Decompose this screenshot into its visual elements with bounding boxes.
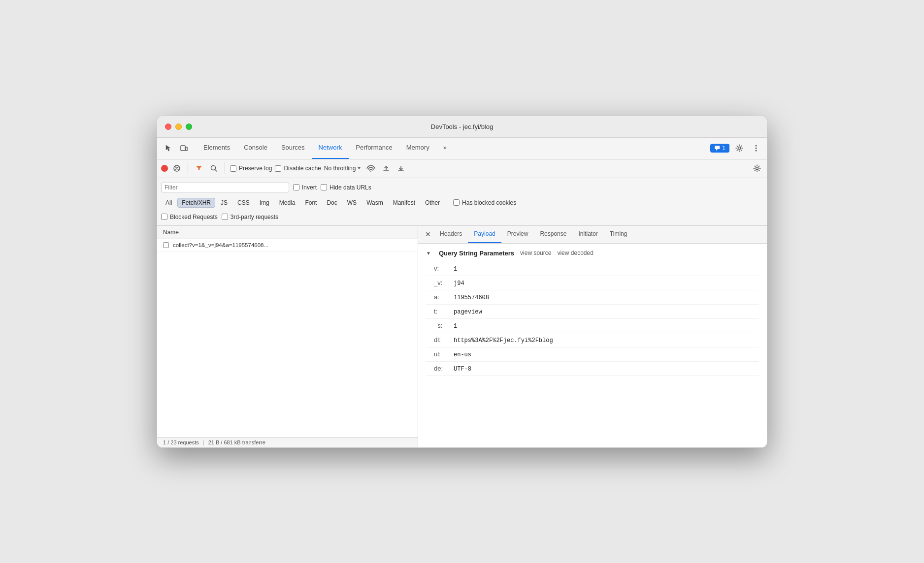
tab-network[interactable]: Network [312,137,349,159]
separator2 [225,162,225,174]
param-row: dl: https%3A%2F%2Fjec.fyi%2Fblog [426,333,759,347]
tab-more[interactable]: » [436,137,454,159]
settings-icon-button[interactable] [732,142,746,154]
download-icon[interactable] [395,163,407,173]
filter-icon[interactable] [193,163,205,173]
list-item[interactable]: collect?v=1&_v=j94&a=1195574608... [157,239,418,251]
has-blocked-cookies-label[interactable]: Has blocked cookies [453,199,516,206]
payload-content: ▼ Query String Parameters view source vi… [418,244,767,447]
close-button[interactable] [165,124,171,130]
search-icon[interactable] [208,163,220,173]
left-panel: Name collect?v=1&_v=j94&a=1195574608... … [157,226,418,447]
filter-ws[interactable]: WS [343,198,361,208]
svg-point-2 [738,147,741,150]
param-row: _s: 1 [426,319,759,333]
minimize-button[interactable] [175,124,182,130]
clear-icon[interactable] [171,163,183,173]
network-toolbar: Preserve log Disable cache No throttling [157,159,767,178]
filter-wasm[interactable]: Wasm [362,198,388,208]
cursor-icon[interactable] [161,142,175,154]
tab-initiator[interactable]: Initiator [572,226,603,244]
tab-elements[interactable]: Elements [197,137,237,159]
upload-icon[interactable] [380,163,392,173]
filter-css[interactable]: CSS [233,198,254,208]
network-conditions-icon[interactable] [364,164,377,173]
settings-network-icon[interactable] [751,163,763,173]
device-icon[interactable] [177,142,191,154]
tab-preview[interactable]: Preview [501,226,534,244]
record-button[interactable] [161,165,168,172]
param-row: de: UTF-8 [426,362,759,376]
filter-row1: Invert Hide data URLs [161,180,763,195]
tab-performance[interactable]: Performance [349,137,399,159]
filter-input[interactable] [165,184,286,191]
invert-checkbox[interactable] [293,184,299,190]
blocked-requests-label[interactable]: Blocked Requests [161,214,218,220]
svg-point-4 [756,148,757,149]
third-party-checkbox[interactable] [222,214,228,220]
filter-other[interactable]: Other [421,198,444,208]
filter-js[interactable]: JS [216,198,232,208]
param-list: v: 1_v: j94a: 1195574608t: pageview_s: 1… [426,262,759,376]
tab-timing[interactable]: Timing [604,226,633,244]
has-blocked-cookies-checkbox[interactable] [453,199,460,206]
titlebar: DevTools - jec.fyi/blog [157,116,767,138]
invert-label[interactable]: Invert [293,184,317,191]
tab-sources[interactable]: Sources [274,137,312,159]
disable-cache-label[interactable]: Disable cache [275,165,321,172]
section-title: Query String Parameters [439,250,514,257]
more-options-button[interactable] [749,142,763,154]
hide-data-urls-label[interactable]: Hide data URLs [321,184,371,191]
preserve-log-label[interactable]: Preserve log [230,165,272,172]
section-header: ▼ Query String Parameters view source vi… [426,250,759,257]
svg-rect-1 [186,147,187,151]
filter-input-wrap[interactable] [161,183,289,192]
maximize-button[interactable] [186,124,192,130]
collapse-arrow-icon: ▼ [426,250,431,256]
filter-doc[interactable]: Doc [322,198,341,208]
right-panel: ✕ Headers Payload Preview Response Initi… [418,226,767,447]
filter-font[interactable]: Font [300,198,321,208]
view-source-link[interactable]: view source [520,250,551,256]
close-panel-button[interactable]: ✕ [422,229,434,239]
window-title: DevTools - jec.fyi/blog [431,123,493,130]
tab-console[interactable]: Console [237,137,274,159]
tab-headers[interactable]: Headers [434,226,468,244]
svg-point-3 [756,145,757,147]
svg-rect-0 [181,146,185,151]
chat-badge-button[interactable]: 1 [710,144,729,153]
param-row: v: 1 [426,262,759,276]
request-list: collect?v=1&_v=j94&a=1195574608... [157,239,418,437]
filter-row3: Blocked Requests 3rd-party requests [161,211,763,225]
filter-bar: Invert Hide data URLs All Fetch/XHR JS C… [157,178,767,226]
devtools-window: DevTools - jec.fyi/blog Elements Console… [157,116,767,448]
filter-types: All Fetch/XHR JS CSS Img Media Font Doc … [161,195,763,211]
tab-payload[interactable]: Payload [468,226,501,244]
filter-img[interactable]: Img [255,198,274,208]
svg-point-5 [756,150,757,152]
toolbar-right: 1 [710,142,763,154]
blocked-requests-checkbox[interactable] [161,214,167,220]
request-checkbox[interactable] [163,242,169,248]
filter-all[interactable]: All [161,198,176,208]
main-toolbar: Elements Console Sources Network Perform… [157,138,767,159]
param-row: ul: en-us [426,347,759,362]
tab-memory[interactable]: Memory [399,137,436,159]
hide-data-urls-checkbox[interactable] [321,184,327,190]
preserve-log-checkbox[interactable] [230,165,236,172]
disable-cache-checkbox[interactable] [275,165,281,172]
traffic-lights [165,124,192,130]
tab-response[interactable]: Response [534,226,572,244]
filter-media[interactable]: Media [275,198,300,208]
throttle-select[interactable]: No throttling [324,165,362,172]
tab-bar: Elements Console Sources Network Perform… [193,138,708,159]
param-row: t: pageview [426,305,759,319]
svg-point-9 [756,167,759,170]
view-decoded-link[interactable]: view decoded [557,250,593,256]
separator [188,162,188,174]
request-name: collect?v=1&_v=j94&a=1195574608... [173,242,268,248]
filter-manifest[interactable]: Manifest [389,198,420,208]
filter-fetch-xhr[interactable]: Fetch/XHR [177,198,215,208]
param-row: _v: j94 [426,276,759,290]
third-party-label[interactable]: 3rd-party requests [222,214,278,220]
